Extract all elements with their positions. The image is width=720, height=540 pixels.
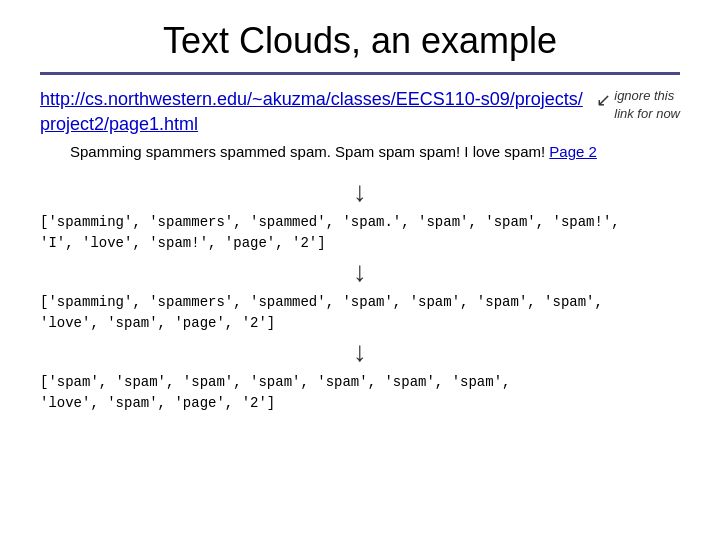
- code-block-3: ['spam', 'spam', 'spam', 'spam', 'spam',…: [40, 372, 680, 414]
- arrow3: ↓: [40, 338, 680, 366]
- url-section: http://cs.northwestern.edu/~akuzma/class…: [40, 87, 680, 137]
- annotation-line2: link for now: [614, 105, 680, 123]
- annotation-arrow-icon: ↙: [596, 89, 611, 111]
- page-title: Text Clouds, an example: [40, 20, 680, 62]
- annotation-line1: ignore this: [614, 87, 674, 105]
- arrow1: ↓: [40, 178, 680, 206]
- divider: [40, 72, 680, 75]
- code-block-1: ['spamming', 'spammers', 'spammed', 'spa…: [40, 212, 680, 254]
- spam-sentence: Spamming spammers spammed spam. Spam spa…: [70, 143, 680, 160]
- annotation: ↙ ignore this link for now: [614, 87, 680, 123]
- slide: Text Clouds, an example http://cs.northw…: [0, 0, 720, 540]
- arrow2: ↓: [40, 258, 680, 286]
- code-block-2: ['spamming', 'spammers', 'spammed', 'spa…: [40, 292, 680, 334]
- page2-link[interactable]: Page 2: [549, 143, 597, 160]
- url-link[interactable]: http://cs.northwestern.edu/~akuzma/class…: [40, 87, 680, 137]
